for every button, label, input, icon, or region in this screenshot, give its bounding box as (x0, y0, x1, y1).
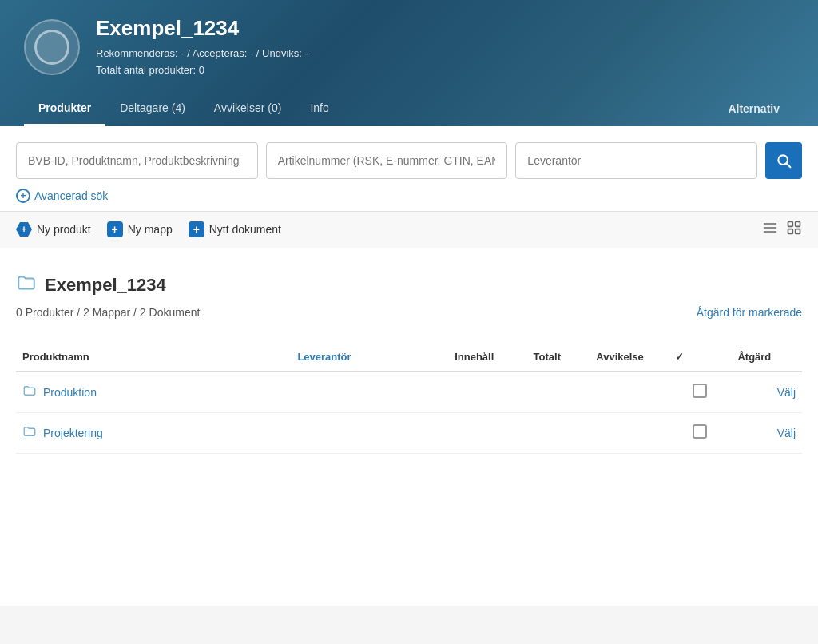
header-totalt: Totalt antal produkter: 0 (96, 62, 308, 79)
search-input-article[interactable] (266, 142, 508, 179)
checkbox-1[interactable] (693, 424, 707, 439)
svg-rect-8 (796, 229, 800, 233)
cell-avvikelse-0 (590, 372, 668, 413)
search-input-product[interactable] (16, 142, 258, 179)
table-header: Produktnamn Leverantör Innehåll Totalt A… (16, 343, 802, 372)
content: Exempel_1234 0 Produkter / 2 Mappar / 2 … (0, 248, 818, 470)
new-folder-icon: + (107, 221, 123, 237)
nav: Produkter Deltagare (4) Avvikelser (0) I… (24, 92, 794, 126)
nav-item-avvikelser[interactable]: Avvikelser (0) (200, 92, 296, 126)
list-view-icon[interactable] (762, 220, 778, 240)
col-header-atgard: Åtgärd (731, 343, 802, 372)
row-folder-icon-1 (22, 424, 37, 442)
nav-item-deltagare[interactable]: Deltagare (4) (105, 92, 200, 126)
stats-text: 0 Produkter / 2 Mappar / 2 Dokument (16, 306, 200, 319)
cell-atgard-1: Välj (731, 412, 802, 453)
cell-atgard-0: Välj (731, 372, 802, 413)
search-button[interactable] (765, 142, 802, 179)
header-top: Exempel_1234 Rekommenderas: - / Accepter… (24, 16, 794, 79)
toolbar-left: + Ny produkt + Ny mapp + Nytt dokument (16, 221, 281, 237)
cell-totalt-1 (527, 412, 590, 453)
cell-leverantor-1 (291, 412, 448, 453)
new-folder-button[interactable]: + Ny mapp (107, 221, 173, 237)
search-row: + Avancerad sök (16, 189, 802, 203)
toolbar: + Ny produkt + Ny mapp + Nytt dokument (0, 212, 818, 248)
action-selected[interactable]: Åtgärd för markerade (697, 306, 802, 319)
header: Exempel_1234 Rekommenderas: - / Accepter… (0, 0, 818, 126)
nav-item-produkter[interactable]: Produkter (24, 92, 105, 126)
col-header-check: ✓ (669, 343, 732, 372)
cell-check-0 (669, 372, 732, 413)
avatar (24, 19, 80, 75)
advanced-search-label: Avancerad sök (34, 189, 108, 202)
header-info: Exempel_1234 Rekommenderas: - / Accepter… (96, 16, 308, 79)
col-header-innehall: Innehåll (448, 343, 526, 372)
svg-line-1 (787, 163, 791, 167)
nav-left: Produkter Deltagare (4) Avvikelser (0) I… (24, 92, 343, 126)
folder-name: Exempel_1234 (45, 275, 166, 296)
stats-row: 0 Produkter / 2 Mappar / 2 Dokument Åtgä… (16, 306, 802, 327)
page-title: Exempel_1234 (96, 16, 308, 41)
nav-item-info[interactable]: Info (296, 92, 343, 126)
cell-innehall-0 (448, 372, 526, 413)
folder-link-produktion[interactable]: Produktion (22, 384, 284, 401)
avatar-inner (34, 30, 69, 65)
folder-link-projektering[interactable]: Projektering (22, 424, 284, 442)
header-meta: Rekommenderas: - / Accepteras: - / Undvi… (96, 46, 308, 79)
new-document-icon: + (189, 221, 204, 237)
grid-view-icon[interactable] (786, 220, 802, 240)
folder-title: Exempel_1234 (16, 272, 802, 298)
new-product-button[interactable]: + Ny produkt (16, 221, 91, 237)
table-row: Projektering Välj (16, 412, 802, 453)
new-product-label: Ny produkt (37, 223, 91, 236)
header-rekommenderas: Rekommenderas: - / Accepteras: - / Undvi… (96, 46, 308, 62)
svg-rect-6 (796, 221, 800, 226)
cell-leverantor-0 (291, 372, 448, 413)
new-document-button[interactable]: + Nytt dokument (189, 221, 281, 237)
action-btn-0[interactable]: Välj (777, 386, 796, 399)
checkbox-0[interactable] (693, 384, 707, 398)
cell-produktnamn-1: Projektering (16, 412, 291, 453)
row-folder-icon-0 (22, 384, 37, 401)
folder-name-0: Produktion (43, 386, 97, 399)
svg-rect-5 (788, 221, 793, 226)
svg-rect-7 (788, 229, 793, 233)
table-row: Produktion Välj (16, 372, 802, 413)
folder-title-icon (16, 272, 37, 298)
advanced-search[interactable]: + Avancerad sök (16, 189, 108, 203)
cell-totalt-0 (527, 372, 590, 413)
table-body: Produktion Välj (16, 372, 802, 454)
cell-innehall-1 (448, 412, 526, 453)
search-input-supplier[interactable] (515, 142, 757, 179)
main-content: + Avancerad sök + Ny produkt + Ny mapp +… (0, 126, 818, 606)
nav-item-alternativ[interactable]: Alternativ (713, 93, 794, 127)
new-document-label: Nytt dokument (209, 223, 281, 236)
nav-right: Alternativ (713, 102, 794, 115)
search-inputs (16, 142, 802, 179)
new-product-icon: + (16, 221, 32, 237)
new-folder-label: Ny mapp (128, 223, 173, 236)
toolbar-right (762, 220, 802, 240)
advanced-search-icon: + (16, 189, 30, 203)
cell-check-1 (669, 412, 732, 453)
folder-name-1: Projektering (43, 427, 103, 439)
col-header-leverantor[interactable]: Leverantör (291, 343, 448, 372)
action-btn-1[interactable]: Välj (777, 427, 796, 439)
search-icon (776, 153, 792, 169)
col-header-produktnamn: Produktnamn (16, 343, 291, 372)
col-header-totalt: Totalt (527, 343, 590, 372)
search-bar: + Avancerad sök (0, 126, 818, 212)
col-header-avvikelse: Avvikelse (590, 343, 668, 372)
cell-produktnamn-0: Produktion (16, 372, 291, 413)
products-table: Produktnamn Leverantör Innehåll Totalt A… (16, 343, 802, 454)
cell-avvikelse-1 (590, 412, 668, 453)
